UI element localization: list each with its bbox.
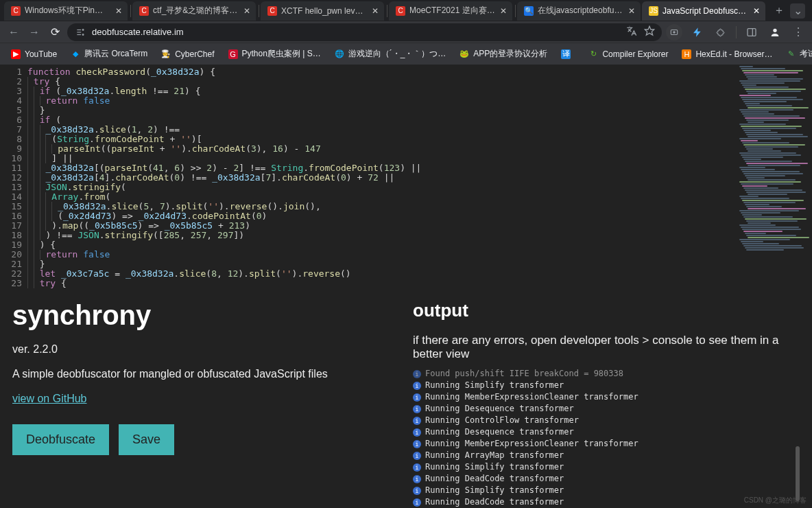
tab-title-0: Windows环境下Pin（二进制…: [25, 5, 111, 16]
bookmark-item[interactable]: ✎考试宝: [780, 45, 812, 62]
menu-icon[interactable]: ⋮: [790, 24, 807, 41]
omnibox[interactable]: deobfuscate.relative.im: [67, 23, 662, 41]
bookmark-item[interactable]: 🧑‍🍳CyberChef: [156, 47, 219, 62]
close-icon[interactable]: ✕: [752, 6, 761, 16]
log-box[interactable]: iFound push/shift IIFE breakCond = 98033…: [413, 368, 800, 508]
log-line: iRunning Simplify transformer: [413, 485, 800, 496]
bookmark-label: HexEd.it - Browser…: [695, 49, 772, 59]
tab-dropdown-button[interactable]: ⌄: [790, 3, 805, 19]
log-line: iRunning Simplify transformer: [413, 380, 800, 391]
code-editor[interactable]: 1234567891011121314151617181920212223 fu…: [0, 65, 812, 286]
toolbar: ← → ⟳ deobfuscate.relative.im: [0, 21, 812, 43]
url-text: deobfuscate.relative.im: [92, 27, 621, 37]
side-panel-icon[interactable]: [743, 24, 760, 41]
lens-icon[interactable]: [666, 24, 682, 41]
tab-title-5: JavaScript Deobfuscator: [662, 6, 749, 16]
minimap[interactable]: [735, 65, 812, 286]
scrollbar[interactable]: [796, 446, 800, 501]
log-line: iRunning DeadCode transformer: [413, 496, 800, 508]
bookmark-item[interactable]: 🌐游戏逆向（´・_・｀）つ…: [329, 45, 452, 62]
tab-favicon-2: C: [267, 6, 277, 16]
log-line: iRunning ArrayMap transformer: [413, 450, 800, 461]
toolbar-icons: ⋮: [666, 24, 807, 41]
watermark: CSDN @之璐的博客: [744, 496, 807, 505]
svg-rect-8: [748, 28, 756, 36]
tab-2[interactable]: CXCTF hello_pwn level2 get_…✕: [261, 1, 384, 21]
bookmark-item[interactable]: GPython爬虫案例 | S…: [223, 45, 326, 62]
tab-1[interactable]: Cctf_寻梦&之璐的博客-CSDN…✕: [132, 1, 256, 21]
tab-title-2: XCTF hello_pwn level2 get_…: [281, 6, 368, 16]
tab-separator: [259, 5, 259, 17]
close-icon[interactable]: ✕: [242, 6, 252, 16]
translate-icon[interactable]: [626, 25, 637, 38]
tab-4[interactable]: 🔍在线javascriptdeobfuscator…✕: [517, 1, 641, 21]
bookmark-star-icon[interactable]: [644, 25, 655, 38]
bookmark-label: 游戏逆向（´・_・｀）つ…: [348, 48, 446, 60]
line-numbers: 1234567891011121314151617181920212223: [0, 65, 27, 286]
github-link[interactable]: view on GitHub: [12, 393, 87, 405]
log-line: iRunning MemberExpressionCleaner transfo…: [413, 391, 800, 403]
svg-point-4: [82, 34, 84, 35]
bookmark-item[interactable]: HHexEd.it - Browser…: [676, 47, 778, 62]
log-line: iFound push/shift IIFE breakCond = 98033…: [413, 368, 800, 380]
output-title: output: [413, 300, 800, 321]
code-area[interactable]: function checkPassword(_0x38d32a) { try …: [27, 65, 735, 286]
bookmark-label: CyberChef: [175, 49, 214, 59]
svg-marker-5: [645, 26, 654, 35]
svg-point-10: [773, 28, 776, 32]
bookmark-item[interactable]: ↻Compiler Explorer: [583, 47, 673, 62]
tab-3[interactable]: CMoeCTF2021 逆向赛题总结…✕: [389, 1, 512, 21]
log-line: iRunning Desequence transformer: [413, 403, 800, 415]
tab-0[interactable]: CWindows环境下Pin（二进制…✕: [4, 1, 128, 21]
output-hint: if there are any errors, open developer …: [413, 334, 800, 361]
puzzle-extensions-icon[interactable]: [713, 24, 729, 41]
output-panel: output if there are any errors, open dev…: [413, 300, 800, 508]
tab-title-1: ctf_寻梦&之璐的博客-CSDN…: [153, 5, 239, 16]
close-icon[interactable]: ✕: [114, 6, 123, 16]
bookmark-label: YouTube: [25, 49, 57, 59]
tab-separator: [515, 5, 516, 17]
log-line: iRunning MemberExpressionCleaner transfo…: [413, 438, 800, 450]
tab-separator: [387, 5, 387, 17]
bookmark-label: APP的登录协议分析: [473, 48, 547, 60]
omnibox-actions: [626, 25, 655, 38]
lower-panel: synchrony ver. 2.2.0 A simple deobfuscat…: [0, 286, 812, 508]
save-button[interactable]: Save: [119, 424, 174, 455]
svg-point-7: [673, 31, 676, 34]
tab-5-active[interactable]: JSJavaScript Deobfuscator✕: [642, 1, 765, 21]
close-icon[interactable]: ✕: [370, 6, 380, 16]
tab-favicon-3: C: [396, 6, 405, 16]
tab-title-4: 在线javascriptdeobfuscator…: [538, 5, 624, 16]
bookmark-item[interactable]: 🐸APP的登录协议分析: [454, 45, 553, 62]
bookmark-item[interactable]: ▶YouTube: [5, 47, 62, 62]
bookmark-label: 考试宝: [800, 48, 812, 60]
tab-favicon-0: C: [11, 6, 21, 16]
tab-favicon-4: 🔍: [524, 6, 534, 16]
site-info-icon[interactable]: [74, 26, 86, 38]
back-button[interactable]: ←: [5, 24, 22, 41]
log-line: iRunning Simplify transformer: [413, 461, 800, 473]
description-text: A simple deobfuscator for mangled or obf…: [12, 368, 399, 380]
svg-point-3: [82, 29, 84, 30]
page-content: 1234567891011121314151617181920212223 fu…: [0, 65, 812, 508]
tab-favicon-1: C: [139, 6, 149, 16]
profile-icon[interactable]: [767, 24, 783, 41]
bookmark-label: 腾讯云 OrcaTerm: [84, 48, 147, 60]
tab-favicon-5: JS: [649, 6, 658, 16]
log-line: iRunning DeadCode transformer: [413, 473, 800, 485]
bookmarks-bar: ▶YouTube ◆腾讯云 OrcaTerm 🧑‍🍳CyberChef GPyt…: [0, 43, 812, 65]
bookmark-label: Compiler Explorer: [602, 49, 668, 59]
close-icon[interactable]: ✕: [627, 6, 636, 16]
deobfuscate-button[interactable]: Deobfuscate: [12, 424, 109, 455]
bookmark-item[interactable]: ◆腾讯云 OrcaTerm: [65, 45, 153, 62]
bookmark-item[interactable]: 译: [556, 47, 580, 62]
log-line: iRunning ControlFlow transformer: [413, 415, 800, 426]
bookmark-label: Python爬虫案例 | S…: [242, 48, 321, 60]
forward-button[interactable]: →: [26, 24, 43, 41]
reload-button[interactable]: ⟳: [47, 24, 63, 41]
info-panel: synchrony ver. 2.2.0 A simple deobfuscat…: [12, 300, 399, 508]
extension-thunder-icon[interactable]: [689, 24, 706, 41]
close-icon[interactable]: ✕: [499, 6, 508, 16]
tab-strip: CWindows环境下Pin（二进制…✕ Cctf_寻梦&之璐的博客-CSDN……: [0, 0, 812, 21]
new-tab-button[interactable]: ＋: [771, 3, 787, 19]
